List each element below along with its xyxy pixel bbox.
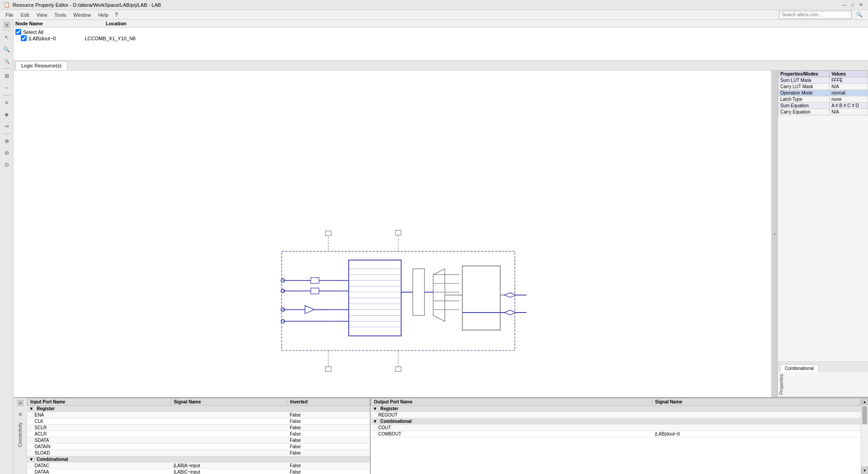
- props-col-values: Values: [830, 71, 868, 77]
- expand-tool[interactable]: ⊕: [1, 136, 12, 147]
- menu-window[interactable]: Window: [70, 11, 94, 19]
- input-port-cell-0-4: SDATA: [28, 437, 171, 444]
- input-row-1-1: DATAA |LAB|C~input False: [28, 469, 370, 474]
- output-section-header-0[interactable]: ▼ Register: [371, 406, 861, 412]
- connectivity-icon: ⊞: [15, 409, 26, 420]
- props-collapse-button[interactable]: ‹: [771, 71, 778, 397]
- search-icon[interactable]: 🔍: [853, 11, 866, 19]
- scroll-up-arrow[interactable]: ▲: [861, 398, 868, 405]
- vert-scrollbar[interactable]: ▲ ▼: [861, 398, 868, 474]
- input-port-cell-0-5: DATAIN: [28, 444, 171, 450]
- svg-rect-51: [395, 367, 401, 371]
- props-tab-bar: Combinational: [778, 361, 868, 372]
- title-bar-title: Resource Property Editor - D:/altera/Wor…: [13, 2, 161, 8]
- input-inverted-cell-1-0: False: [287, 463, 370, 469]
- help-icon[interactable]: ?: [112, 11, 121, 18]
- node-location-0: LCCOMB_X1_Y10_N8: [85, 36, 136, 41]
- zoom-out-tool[interactable]: 🔍: [1, 56, 12, 66]
- arrow-tool[interactable]: →: [1, 82, 12, 93]
- input-inverted-cell-0-0: False: [287, 412, 370, 418]
- input-section-label-1: ▼ Combinational: [28, 456, 370, 463]
- close-button[interactable]: ✕: [857, 1, 864, 9]
- menu-edit[interactable]: Edit: [17, 11, 33, 19]
- section-name-1: Combinational: [37, 457, 68, 462]
- menu-view[interactable]: View: [33, 11, 51, 19]
- props-row-3: Latch Type none: [778, 96, 868, 103]
- svg-rect-55: [311, 278, 319, 284]
- close-panel-button[interactable]: ✕: [4, 22, 10, 28]
- output-toggle-icon-0: ▼: [373, 406, 377, 411]
- search-input[interactable]: [779, 11, 852, 19]
- props-cell-property-5: Carry Equation: [778, 109, 830, 115]
- output-signal-cell-1-0: [652, 425, 861, 431]
- diagram-props-area: ‹ Properties/Modes Values Sum LUT Mask F…: [14, 71, 868, 397]
- input-port-table: Input Port Name Signal Name Inverted ▼ R…: [27, 398, 371, 474]
- input-signal-cell-0-3: [171, 431, 287, 437]
- connectivity-tables: Input Port Name Signal Name Inverted ▼ R…: [27, 398, 868, 474]
- props-tab-combinational[interactable]: Combinational: [780, 364, 819, 372]
- output-port-table: Output Port Name Signal Name ▼ Register …: [371, 398, 861, 474]
- svg-rect-49: [326, 367, 331, 371]
- menu-tools[interactable]: Tools: [51, 11, 70, 19]
- menu-file[interactable]: File: [2, 11, 17, 19]
- title-bar-controls[interactable]: — □ ✕: [841, 1, 864, 9]
- input-row-0-5: DATAIN False: [28, 444, 370, 450]
- svg-marker-16: [433, 269, 445, 321]
- section-name-0: Register: [37, 406, 55, 411]
- diagram-canvas[interactable]: [14, 71, 771, 397]
- path-tool[interactable]: ⇒: [1, 121, 12, 132]
- input-row-0-6: SLOAD False: [28, 450, 370, 456]
- select-all-checkbox[interactable]: [15, 29, 21, 35]
- input-port-cell-0-6: SLOAD: [28, 450, 171, 456]
- collapse-tool[interactable]: ⊖: [1, 147, 12, 158]
- menu-help[interactable]: Help: [94, 11, 112, 19]
- input-section-header-1[interactable]: ▼ Combinational: [28, 456, 370, 463]
- props-cell-value-5: N/A: [830, 109, 868, 115]
- input-inverted-cell-0-6: False: [287, 450, 370, 456]
- output-col-port: Output Port Name: [371, 398, 652, 406]
- minimize-button[interactable]: —: [841, 1, 848, 9]
- find-tool[interactable]: ⊙: [1, 159, 12, 170]
- tab-logic-resource[interactable]: Logic Resource(s): [15, 61, 67, 70]
- input-section-header-0[interactable]: ▼ Register: [28, 406, 370, 412]
- output-section-name-1: Combinational: [380, 419, 411, 424]
- output-row-0-0: REGOUT: [371, 412, 861, 418]
- select-all-label: Select All: [23, 29, 43, 35]
- highlight-tool[interactable]: ◈: [1, 109, 12, 120]
- svg-rect-47: [395, 230, 401, 235]
- node-rows: Select All |LAB|dout~0 LCCOMB_X1_Y10_N8: [14, 28, 868, 43]
- input-inverted-cell-0-4: False: [287, 437, 370, 444]
- layer-tool[interactable]: ≡: [1, 97, 12, 108]
- node-col-name: Node Name: [15, 21, 106, 26]
- output-section-header-1[interactable]: ▼ Combinational: [371, 418, 861, 425]
- search-box: 🔍: [779, 11, 866, 19]
- zoom-in-tool[interactable]: 🔍: [1, 44, 12, 55]
- section-toggle-icon-1: ▼: [29, 457, 34, 462]
- props-cell-value-1: N/A: [830, 84, 868, 90]
- output-row-1-1: COMBOUT |LAB|dout~0: [371, 431, 861, 437]
- input-port-cell-0-2: SCLR: [28, 425, 171, 431]
- props-row-5: Carry Equation N/A: [778, 109, 868, 115]
- input-row-0-1: CLK False: [28, 418, 370, 425]
- output-port-cell-0-0: REGOUT: [371, 412, 652, 418]
- maximize-button[interactable]: □: [849, 1, 856, 9]
- input-signal-cell-1-0: |LAB|A~input: [171, 463, 287, 469]
- scroll-thumb[interactable]: [862, 406, 867, 424]
- fit-tool[interactable]: ⊞: [1, 71, 12, 81]
- scroll-down-arrow[interactable]: ▼: [861, 467, 868, 474]
- input-inverted-cell-0-1: False: [287, 418, 370, 425]
- input-row-0-4: SDATA False: [28, 437, 370, 444]
- props-cell-value-0: FFFE: [830, 77, 868, 84]
- node-row-0: |LAB|dout~0 LCCOMB_X1_Y10_N8: [15, 35, 866, 41]
- input-col-signal: Signal Name: [171, 398, 287, 406]
- props-cell-property-2: Operation Mode: [778, 90, 830, 96]
- output-section-name-0: Register: [380, 406, 398, 411]
- output-section-label-0: ▼ Register: [371, 406, 861, 412]
- input-signal-cell-0-2: [171, 425, 287, 431]
- properties-panel: Properties/Modes Values Sum LUT Mask FFF…: [778, 71, 868, 397]
- output-port-cell-1-1: COMBOUT: [371, 431, 652, 437]
- bottom-close-button[interactable]: ✕: [17, 400, 24, 406]
- node-checkbox-0[interactable]: [21, 35, 27, 41]
- props-cell-property-0: Sum LUT Mask: [778, 77, 830, 84]
- select-tool[interactable]: ↖: [1, 32, 12, 43]
